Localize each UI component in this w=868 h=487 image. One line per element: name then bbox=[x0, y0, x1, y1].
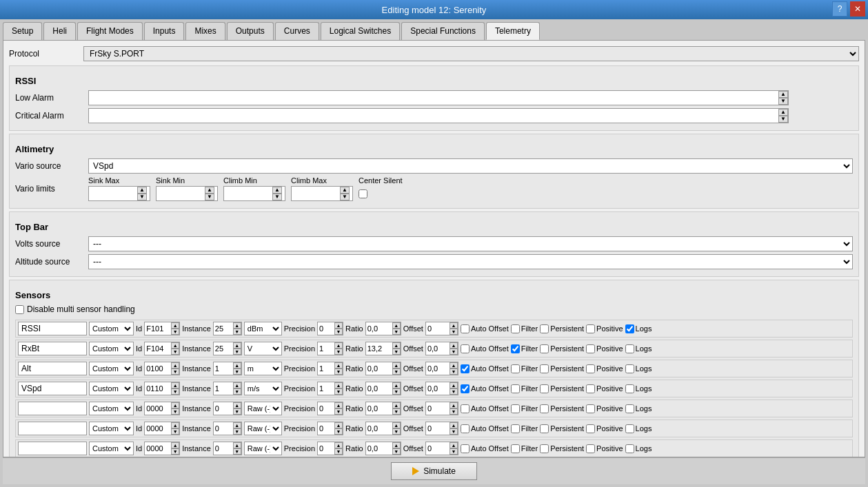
sink-min-up[interactable]: ▲ bbox=[205, 187, 214, 194]
sensor-name-3[interactable] bbox=[18, 382, 87, 395]
filter-label-3[interactable]: Filter bbox=[511, 384, 538, 393]
positive-label-5[interactable]: Positive bbox=[586, 424, 623, 433]
climb-min-up[interactable]: ▲ bbox=[272, 187, 282, 194]
sensor-precision-up-1[interactable]: ▲ bbox=[334, 342, 343, 349]
sensor-offset-down-3[interactable]: ▼ bbox=[450, 388, 458, 395]
sensor-offset-input-0[interactable] bbox=[426, 322, 450, 335]
sensor-instance-input-0[interactable] bbox=[214, 322, 233, 335]
sensor-offset-input-2[interactable] bbox=[426, 362, 450, 375]
filter-label-2[interactable]: Filter bbox=[511, 364, 538, 373]
logs-label-1[interactable]: Logs bbox=[625, 344, 652, 353]
persistent-checkbox-4[interactable] bbox=[540, 404, 549, 413]
sensor-type-3[interactable]: Custom bbox=[89, 382, 134, 395]
sensor-offset-up-4[interactable]: ▲ bbox=[450, 402, 458, 408]
positive-label-4[interactable]: Positive bbox=[586, 404, 623, 413]
positive-label-3[interactable]: Positive bbox=[586, 384, 623, 393]
low-alarm-input[interactable]: 45 bbox=[89, 91, 778, 105]
sensor-id-up-6[interactable]: ▲ bbox=[171, 442, 179, 448]
low-alarm-up[interactable]: ▲ bbox=[778, 91, 788, 98]
sensor-instance-up-1[interactable]: ▲ bbox=[233, 342, 241, 349]
sensor-ratio-up-5[interactable]: ▲ bbox=[392, 422, 401, 428]
disable-multi-checkbox[interactable] bbox=[15, 305, 24, 314]
filter-label-0[interactable]: Filter bbox=[511, 324, 538, 333]
sensor-precision-up-4[interactable]: ▲ bbox=[334, 402, 343, 408]
filter-label-6[interactable]: Filter bbox=[511, 444, 538, 453]
sensor-id-up-5[interactable]: ▲ bbox=[171, 422, 179, 428]
sensor-instance-input-2[interactable] bbox=[214, 362, 233, 375]
positive-label-1[interactable]: Positive bbox=[586, 344, 623, 353]
sensor-type-6[interactable]: Custom bbox=[89, 442, 134, 455]
auto-offset-label-1[interactable]: Auto Offset bbox=[461, 344, 509, 353]
sensor-ratio-input-0[interactable] bbox=[366, 322, 392, 335]
sensor-precision-up-0[interactable]: ▲ bbox=[334, 322, 343, 329]
center-silent-checkbox[interactable] bbox=[359, 189, 367, 198]
sensor-precision-down-1[interactable]: ▼ bbox=[334, 349, 343, 355]
sensor-id-down-5[interactable]: ▼ bbox=[171, 428, 179, 435]
persistent-checkbox-2[interactable] bbox=[540, 364, 549, 373]
filter-checkbox-0[interactable] bbox=[511, 324, 520, 333]
logs-checkbox-6[interactable] bbox=[625, 444, 634, 453]
sensor-ratio-up-6[interactable]: ▲ bbox=[392, 442, 401, 448]
auto-offset-checkbox-1[interactable] bbox=[461, 344, 470, 353]
auto-offset-label-3[interactable]: Auto Offset bbox=[461, 384, 509, 393]
filter-checkbox-4[interactable] bbox=[511, 404, 520, 413]
logs-label-3[interactable]: Logs bbox=[625, 384, 652, 393]
persistent-label-1[interactable]: Persistent bbox=[540, 344, 584, 353]
sensor-ratio-down-5[interactable]: ▼ bbox=[392, 428, 401, 435]
sensor-unit-1[interactable]: V bbox=[244, 342, 282, 355]
simulate-button[interactable]: Simulate bbox=[391, 462, 477, 480]
sensor-instance-up-0[interactable]: ▲ bbox=[233, 322, 241, 329]
sensor-offset-up-3[interactable]: ▲ bbox=[450, 382, 458, 388]
filter-label-5[interactable]: Filter bbox=[511, 424, 538, 433]
filter-checkbox-3[interactable] bbox=[511, 384, 520, 393]
auto-offset-checkbox-0[interactable] bbox=[461, 324, 470, 333]
persistent-label-0[interactable]: Persistent bbox=[540, 324, 584, 333]
sink-max-up[interactable]: ▲ bbox=[137, 187, 147, 194]
sensor-id-up-3[interactable]: ▲ bbox=[171, 382, 179, 388]
sensor-ratio-down-0[interactable]: ▼ bbox=[392, 329, 401, 335]
sensor-precision-input-1[interactable] bbox=[318, 342, 334, 355]
sensor-ratio-down-4[interactable]: ▼ bbox=[392, 408, 401, 415]
sensor-unit-4[interactable]: Raw (-) bbox=[244, 402, 282, 415]
sensor-id-up-1[interactable]: ▲ bbox=[171, 342, 179, 349]
logs-label-0[interactable]: Logs bbox=[625, 324, 652, 333]
sensor-instance-down-0[interactable]: ▼ bbox=[233, 329, 241, 335]
tab-special-functions[interactable]: Special Functions bbox=[401, 22, 485, 40]
sensor-id-down-3[interactable]: ▼ bbox=[171, 388, 179, 395]
positive-checkbox-6[interactable] bbox=[586, 444, 595, 453]
sensor-id-input-5[interactable] bbox=[145, 422, 171, 435]
filter-checkbox-5[interactable] bbox=[511, 424, 520, 433]
sensor-instance-down-4[interactable]: ▼ bbox=[233, 408, 241, 415]
sensor-type-0[interactable]: Custom bbox=[89, 322, 134, 335]
sensor-id-up-0[interactable]: ▲ bbox=[171, 322, 179, 329]
sensor-precision-input-3[interactable] bbox=[318, 382, 334, 395]
sensor-precision-down-6[interactable]: ▼ bbox=[334, 448, 343, 455]
sensor-precision-input-0[interactable] bbox=[318, 322, 334, 335]
sensor-offset-down-2[interactable]: ▼ bbox=[450, 369, 458, 375]
sensor-precision-up-6[interactable]: ▲ bbox=[334, 442, 343, 448]
filter-label-4[interactable]: Filter bbox=[511, 404, 538, 413]
scroll-content[interactable]: Protocol FrSky S.PORT RSSI Low Alarm 45 … bbox=[3, 41, 865, 457]
sensor-offset-input-1[interactable] bbox=[426, 342, 450, 355]
sensor-name-4[interactable] bbox=[18, 402, 87, 415]
sensor-id-down-6[interactable]: ▼ bbox=[171, 448, 179, 455]
sensor-id-up-2[interactable]: ▲ bbox=[171, 362, 179, 369]
sensor-id-input-6[interactable] bbox=[145, 442, 171, 455]
sensor-offset-up-1[interactable]: ▲ bbox=[450, 342, 458, 349]
sensor-name-5[interactable] bbox=[18, 422, 87, 435]
protocol-select[interactable]: FrSky S.PORT bbox=[83, 46, 859, 61]
sensor-precision-input-6[interactable] bbox=[318, 442, 334, 455]
positive-label-6[interactable]: Positive bbox=[586, 444, 623, 453]
positive-checkbox-0[interactable] bbox=[586, 324, 595, 333]
persistent-label-2[interactable]: Persistent bbox=[540, 364, 584, 373]
sensor-instance-up-3[interactable]: ▲ bbox=[233, 382, 241, 388]
sensor-unit-2[interactable]: m bbox=[244, 362, 282, 375]
sensor-precision-input-4[interactable] bbox=[318, 402, 334, 415]
sensor-precision-down-3[interactable]: ▼ bbox=[334, 388, 343, 395]
sensor-offset-up-2[interactable]: ▲ bbox=[450, 362, 458, 369]
sensor-precision-down-5[interactable]: ▼ bbox=[334, 428, 343, 435]
sensor-unit-5[interactable]: Raw (-) bbox=[244, 422, 282, 435]
logs-label-2[interactable]: Logs bbox=[625, 364, 652, 373]
positive-checkbox-2[interactable] bbox=[586, 364, 595, 373]
sensor-offset-up-6[interactable]: ▲ bbox=[450, 442, 458, 448]
